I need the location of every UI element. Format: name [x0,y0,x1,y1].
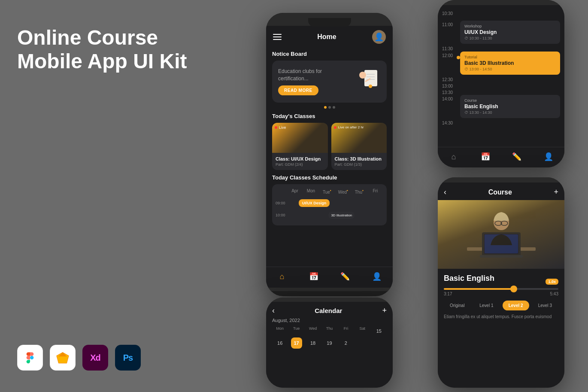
progress-badge: 1.0x [546,279,558,285]
sketch-icon [50,345,76,371]
course-info: Basic English 1.0x 3:17 5:43 Original [438,269,564,325]
cal-day-19[interactable]: 19 [324,337,335,349]
nav-person[interactable]: 👤 [372,271,382,282]
notice-text: Education clubs for certification... [278,68,351,82]
timeslot-1230: 12:30 [442,76,560,82]
schedule-bottom-nav: ⌂ 📅 ✏️ 👤 [438,147,564,167]
progress-bar-bg [444,288,558,290]
class-card-1-image: Live [272,123,328,153]
schedule-row-1: 09:00 UI/UX Design [276,197,383,209]
timeslot-1030: 10:30 [442,7,560,21]
class-card-2[interactable]: Live on after 2 hr Class: 3D Illustratio… [331,123,387,170]
schedule-title: Today Classes Schedule [272,174,387,181]
timeslot-1430: 14:30 [442,119,560,125]
home-content: Notice Board Education clubs for certifi… [266,46,393,267]
progress-bar-fill [444,288,512,290]
svg-rect-2 [364,70,377,86]
course-back-button[interactable]: ‹ [444,188,446,197]
nav-edit[interactable]: ✏️ [340,271,350,282]
notice-dots [272,106,387,109]
progress-times: 3:17 5:43 [444,292,558,296]
course-image [438,200,564,269]
schedule-nav-calendar[interactable]: 📅 [480,152,491,162]
phone-schedule-inner: 10:30 11:00 Workshop UI/UX Design ⏱ 10:3… [438,5,564,167]
cal-day-17[interactable]: 17 [291,337,302,349]
figma-icon [17,345,43,371]
progress-thumb[interactable] [510,286,517,292]
hamburger-icon[interactable] [273,34,282,40]
course-header-title: Course [488,188,512,196]
calendar-header: ‹ Calendar + [266,302,393,318]
cal-day-16[interactable]: 16 [274,337,285,349]
cal-grid: Mon Tue Wed Thu Fri Sat 15 16 17 18 19 2 [266,325,393,349]
read-more-button[interactable]: READ MORE [278,85,318,95]
speed-level3[interactable]: Level 3 [532,301,558,310]
main-title: Online Course Mobile App UI Kit [17,26,187,73]
cal-month: August, 2022 [266,318,393,325]
block-uiux[interactable]: Workshop UI/UX Design ⏱ 10:30 - 11:30 [460,21,560,44]
title-line2: Mobile App UI Kit [17,50,187,73]
block-english[interactable]: Course Basic English ⏱ 13:30 - 14:30 [460,95,560,118]
course-name: Basic English [444,274,558,283]
schedule-nav-home[interactable]: ⌂ [449,152,459,162]
timeslot-1330: 13:30 [442,88,560,95]
ps-icon: Ps [115,345,141,371]
schedule-nav-edit[interactable]: ✏️ [512,152,522,162]
notice-card: Education clubs for certification... REA… [272,61,387,103]
schedule-content: 10:30 11:00 Workshop UI/UX Design ⏱ 10:3… [438,5,564,147]
class-card-2-info: Class: 3D Illustration Part: GDM (1/3) [331,153,387,170]
svg-rect-13 [480,255,523,258]
timeslot-1100: 11:00 Workshop UI/UX Design ⏱ 10:30 - 11… [442,21,560,45]
cal-day-15[interactable]: 15 [373,325,385,337]
course-add-button[interactable]: + [554,188,558,197]
progress-current: 3:17 [444,292,452,296]
phone-course: ‹ Course + [438,177,564,388]
schedule-header: Apr Mon Tue• Wed• Thu• Fri [276,188,383,194]
speed-level2[interactable]: Level 2 [503,301,529,310]
svg-point-6 [359,72,366,79]
class-card-1[interactable]: Live Class: UI/UX Design Part: GDM (2/4) [272,123,328,170]
course-header: ‹ Course + [438,182,564,200]
todays-classes-title: Today's Classes [272,113,387,119]
cal-back-button[interactable]: ‹ [272,306,275,315]
phone-course-inner: ‹ Course + [438,182,564,388]
bottom-nav: ⌂ 📅 ✏️ 👤 [266,267,393,288]
tool-icons-row: Xd Ps [17,345,141,371]
title-line1: Online Course [17,26,158,49]
phone-home: Home 👤 Notice Board Education clubs for … [266,13,393,296]
svg-point-8 [369,85,372,88]
app-header-title: Home [317,33,336,41]
speed-original[interactable]: Original [444,301,470,310]
phone-schedule: 10:30 11:00 Workshop UI/UX Design ⏱ 10:3… [438,0,564,167]
progress-bar-container: 1.0x 3:17 5:43 [444,288,558,296]
xd-icon: Xd [82,345,108,371]
class-card-1-info: Class: UI/UX Design Part: GDM (2/4) [272,153,328,170]
timeslot-1130: 11:30 [442,45,560,52]
phone-calendar-inner: ‹ Calendar + August, 2022 Mon Tue Wed Th… [266,302,393,388]
cal-day-18[interactable]: 18 [307,337,318,349]
notice-illustration [355,67,381,97]
notice-card-left: Education clubs for certification... REA… [278,68,351,96]
speed-options: Original Level 1 Level 2 Level 3 [444,301,558,310]
class-live-badge-2: Live on after 2 hr [334,125,364,129]
avatar[interactable]: 👤 [372,30,386,44]
block-3d[interactable]: Tutorial Basic 3D Illustration ⏱ 13:00 -… [460,52,560,75]
nav-calendar[interactable]: 📅 [309,271,319,282]
cal-day-20[interactable]: 2 [340,337,352,349]
speed-level1[interactable]: Level 1 [473,301,500,310]
nav-home[interactable]: ⌂ [277,271,287,282]
schedule-row-2: 10:00 3D Illustration [276,209,383,221]
timeslot-1300: 13:00 [442,82,560,88]
phone-calendar: ‹ Calendar + August, 2022 Mon Tue Wed Th… [266,298,393,388]
cal-title: Calendar [315,307,342,314]
timeslot-1200: 12:00 Tutorial Basic 3D Illustration ⏱ 1… [442,52,560,76]
schedule-table: Apr Mon Tue• Wed• Thu• Fri 09:00 UI/UX D… [272,184,387,225]
course-desc: Etiam fringilla ex ut aliquet tempus. Fu… [444,314,558,320]
schedule-nav-person[interactable]: 👤 [543,152,554,162]
classes-row: Live Class: UI/UX Design Part: GDM (2/4)… [272,123,387,170]
timeslot-1400: 14:00 Course Basic English ⏱ 13:30 - 14:… [442,95,560,119]
cal-add-button[interactable]: + [382,306,387,315]
progress-total: 5:43 [550,292,558,296]
notice-board-title: Notice Board [272,51,387,57]
class-live-badge-1: Live [275,125,286,130]
